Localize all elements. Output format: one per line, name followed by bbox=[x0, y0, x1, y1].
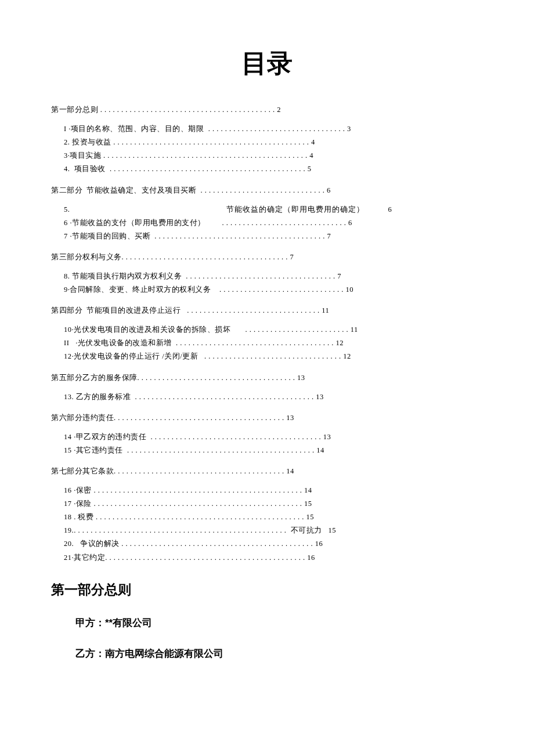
toc-item-3: 3·项目实施 . . . . . . . . . . . . . . . . .… bbox=[51, 149, 483, 162]
toc-item-1: I ·项目的名称、范围、内容、目的、期限 . . . . . . . . . .… bbox=[51, 122, 483, 136]
toc-item-21: 21·其它约定. . . . . . . . . . . . . . . . .… bbox=[51, 551, 483, 565]
section-heading-1: 第一部分总则 bbox=[51, 581, 483, 599]
toc-item-16: 16 ·保密 . . . . . . . . . . . . . . . . .… bbox=[51, 484, 483, 497]
toc-item-15: 15 ·其它违约责任 . . . . . . . . . . . . . . .… bbox=[51, 444, 483, 457]
toc-item-6: 6 ·节能收益的支付（即用电费用的支付） . . . . . . . . . .… bbox=[51, 216, 483, 230]
toc-item-13: 13. 乙方的服务标准 . . . . . . . . . . . . . . … bbox=[51, 390, 483, 404]
toc-item-7: 7 ·节能项目的回购、买断 . . . . . . . . . . . . . … bbox=[51, 230, 483, 243]
toc-item-11: II ·光伏发电设备的改造和新增 . . . . . . . . . . . .… bbox=[51, 337, 483, 350]
party-a-line: 甲方：**有限公司 bbox=[51, 616, 483, 630]
toc-item-14: 14 ·甲乙双方的违约责任 . . . . . . . . . . . . . … bbox=[51, 431, 483, 444]
party-b-line: 乙方：南方电网综合能源有限公司 bbox=[51, 647, 483, 660]
toc-item-18: 18 . 税费 . . . . . . . . . . . . . . . . … bbox=[51, 511, 483, 524]
toc-section-6: 第六部分违约责任. . . . . . . . . . . . . . . . … bbox=[51, 412, 483, 424]
toc-item-5: 5.节能收益的确定（即用电费用的确定）6 bbox=[51, 203, 483, 216]
toc-section-1: 第一部分总则 . . . . . . . . . . . . . . . . .… bbox=[51, 104, 483, 115]
toc-section-3: 第三部分权利与义务. . . . . . . . . . . . . . . .… bbox=[51, 251, 483, 263]
toc-item-4: 4. 项目验收 . . . . . . . . . . . . . . . . … bbox=[51, 162, 483, 176]
toc-item-5-num: 5. bbox=[64, 205, 70, 214]
toc-section-2: 第二部分 节能收益确定、支付及项目买断 . . . . . . . . . . … bbox=[51, 185, 483, 196]
toc-item-9: 9·合同解除、变更、终止时双方的权利义务 . . . . . . . . . .… bbox=[51, 283, 483, 296]
toc-item-8: 8. 节能项目执行期内双方权利义务 . . . . . . . . . . . … bbox=[51, 270, 483, 283]
toc-item-19: 19.. . . . . . . . . . . . . . . . . . .… bbox=[51, 524, 483, 537]
toc-item-20: 20. 争议的解决 . . . . . . . . . . . . . . . … bbox=[51, 537, 483, 551]
document-page: 目录 第一部分总则 . . . . . . . . . . . . . . . … bbox=[0, 0, 534, 695]
toc-item-10: 10·光伏发电项目的改进及相关设备的拆除、损坏 . . . . . . . . … bbox=[51, 323, 483, 337]
toc-item-12: 12·光伏发电设备的停止运行 /关闭/更新 . . . . . . . . . … bbox=[51, 350, 483, 363]
toc-section-5: 第五部分乙方的服务保障. . . . . . . . . . . . . . .… bbox=[51, 372, 483, 384]
toc-section-7: 第七部分其它条款. . . . . . . . . . . . . . . . … bbox=[51, 465, 483, 477]
toc-item-5-page: 6 bbox=[388, 205, 392, 214]
toc-item-2: 2. 投资与收益 . . . . . . . . . . . . . . . .… bbox=[51, 136, 483, 149]
toc-section-4: 第四部分 节能项目的改进及停止运行 . . . . . . . . . . . … bbox=[51, 305, 483, 316]
toc-title: 目录 bbox=[51, 46, 483, 81]
toc-item-5-label: 节能收益的确定（即用电费用的确定） bbox=[226, 205, 365, 214]
toc-item-17: 17 ·保险 . . . . . . . . . . . . . . . . .… bbox=[51, 497, 483, 511]
